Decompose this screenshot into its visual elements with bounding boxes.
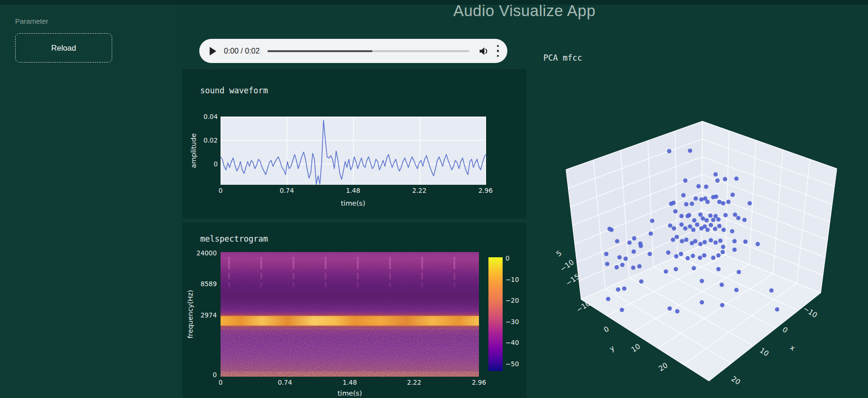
scatter-point (631, 249, 636, 253)
waveform-ylabel: amplitude (190, 133, 197, 168)
scatter-point (622, 286, 626, 290)
scatter-point (720, 303, 724, 307)
scatter-point (730, 192, 735, 197)
scatter-point (700, 216, 705, 220)
scatter-point (700, 300, 704, 304)
scatter-point (632, 236, 636, 240)
scatter-point (648, 231, 653, 235)
tick-label: −50 (505, 360, 519, 368)
scatter-point (733, 212, 737, 217)
scatter-point (705, 227, 709, 232)
tick-label: 0 (219, 379, 223, 386)
scatter-point (711, 217, 715, 222)
scatter-point (713, 214, 717, 218)
melspectrogram-card-title: melspectrogram (200, 234, 268, 244)
melspectrogram-chart (221, 252, 479, 377)
tick-label: 0.74 (280, 187, 294, 194)
tick-label: 10 (758, 346, 771, 358)
scatter-point (713, 172, 717, 176)
scatter-point (704, 184, 708, 189)
scatter-point (702, 240, 707, 244)
tick-label: 0.02 (204, 136, 218, 144)
sidebar: Parameter Reload (0, 5, 181, 398)
audio-player[interactable]: 0:00 / 0:02 (199, 39, 507, 63)
tick-label: −10 (505, 276, 519, 283)
scatter-point (736, 216, 740, 220)
tick-label: 0 (213, 371, 217, 379)
scatter-point (702, 253, 706, 257)
tick-label: 2.22 (412, 187, 426, 194)
tick-label: 0.74 (278, 379, 292, 386)
scatter-point (680, 239, 684, 243)
scatter-point (671, 200, 675, 205)
scatter-point (723, 213, 727, 217)
scatter-point (606, 297, 610, 301)
scatter-point (604, 252, 608, 256)
scatter-point (679, 222, 683, 226)
scatter-point (667, 149, 671, 153)
scatter-point (620, 308, 624, 312)
scatter-point (691, 253, 695, 258)
scatter-point (721, 201, 725, 205)
seek-bar[interactable] (267, 50, 469, 52)
scatter-point (769, 288, 773, 292)
tick-label: 8589 (201, 280, 217, 288)
scatter-point (627, 240, 631, 244)
scatter-point (717, 224, 721, 228)
scatter-point (673, 209, 677, 213)
overflow-menu-icon[interactable] (497, 45, 499, 57)
scatter-point (708, 213, 712, 217)
scatter-point (674, 235, 679, 239)
scatter-point (734, 288, 738, 292)
scatter-point (709, 223, 713, 227)
scatter-point (615, 239, 619, 243)
scatter-point (614, 265, 619, 269)
scatter-point (673, 267, 678, 271)
scatter-point (616, 287, 620, 291)
tick-label: 0 (213, 160, 218, 168)
tick-label: 2974 (201, 311, 217, 319)
tick-label: −30 (505, 318, 519, 326)
scatter-point (698, 212, 702, 217)
scatter-point (716, 217, 720, 221)
scatter-point (736, 270, 741, 274)
scatter-point (671, 237, 675, 242)
scatter-point (692, 218, 696, 222)
scatter-point (721, 227, 726, 232)
page-title: Audio Visualize App (181, 2, 868, 20)
tick-label: 1.48 (343, 379, 357, 386)
scatter-point (711, 255, 715, 260)
scatter-point (719, 282, 724, 287)
tick-label: −10 (558, 258, 576, 273)
scatter-point (702, 224, 707, 228)
volume-icon[interactable] (478, 45, 489, 57)
tick-label: 0 (505, 254, 510, 262)
scatter-point (683, 226, 687, 230)
scatter-point (667, 306, 672, 310)
scatter-point (672, 226, 676, 230)
tick-label: 24000 (196, 249, 217, 257)
tick-label: 1.48 (346, 187, 360, 194)
scatter-point (679, 214, 683, 218)
scatter-point (713, 226, 717, 231)
colorbar (488, 257, 503, 371)
scatter-point (705, 199, 709, 204)
play-icon[interactable] (210, 47, 216, 55)
scatter-point (726, 199, 730, 204)
scatter-point (664, 269, 668, 273)
tick-label: 20 (657, 361, 669, 373)
scatter-point (647, 252, 652, 256)
scatter-point (716, 267, 720, 271)
scatter-point (683, 178, 687, 182)
tick-label: 5 (555, 249, 563, 258)
scatter-point (730, 229, 734, 233)
reload-button[interactable]: Reload (15, 33, 112, 63)
scatter-point (704, 218, 709, 222)
scatter-point (721, 244, 725, 249)
scatter-point (734, 176, 738, 181)
scatter-point (699, 197, 703, 201)
sidebar-section-label: Parameter (15, 17, 48, 25)
app-root: Parameter Reload Audio Visualize App 0:0… (0, 0, 868, 398)
audio-time-display: 0:00 / 0:02 (224, 47, 260, 55)
scatter-point (775, 307, 779, 311)
